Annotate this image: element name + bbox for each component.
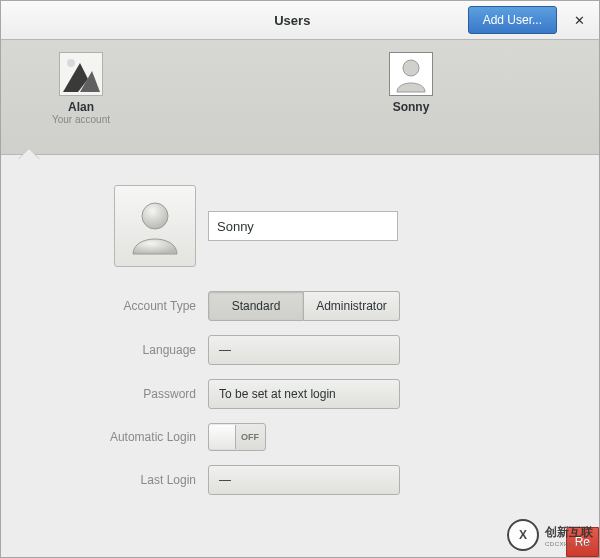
label-last-login: Last Login — [51, 473, 208, 487]
row-last-login: Last Login — — [51, 465, 549, 495]
account-type-standard[interactable]: Standard — [208, 291, 304, 321]
label-automatic-login: Automatic Login — [51, 430, 208, 444]
watermark-sub: CDCXHL.COM — [545, 541, 593, 547]
user-list-strip: Alan Your account Sonny — [1, 40, 599, 155]
avatar-alan — [59, 52, 103, 96]
close-icon: ✕ — [574, 13, 585, 28]
svg-point-3 — [67, 59, 75, 67]
close-button[interactable]: ✕ — [565, 6, 593, 34]
user-tile-alan[interactable]: Alan Your account — [41, 52, 121, 125]
label-language: Language — [51, 343, 208, 357]
add-user-button[interactable]: Add User... — [468, 6, 557, 34]
switch-state-label: OFF — [241, 432, 259, 442]
user-name-label: Sonny — [393, 100, 430, 114]
switch-knob — [209, 425, 236, 449]
language-button[interactable]: — — [208, 335, 400, 365]
titlebar: Users Add User... ✕ — [1, 1, 599, 40]
users-settings-window: Users Add User... ✕ Alan Your account — [0, 0, 600, 558]
avatar-large-button[interactable] — [114, 185, 196, 267]
user-subtitle-label: Your account — [52, 114, 110, 125]
account-type-segmented: Standard Administrator — [208, 291, 549, 321]
svg-point-4 — [403, 60, 419, 76]
watermark-badge: X — [507, 519, 539, 551]
label-account-type: Account Type — [51, 299, 208, 313]
label-password: Password — [51, 387, 208, 401]
avatar-sonny — [389, 52, 433, 96]
avatar-generic-icon — [125, 196, 185, 256]
password-button[interactable]: To be set at next login — [208, 379, 400, 409]
window-title: Users — [117, 13, 468, 28]
full-name-input[interactable] — [208, 211, 398, 241]
avatar-photo-icon — [60, 53, 102, 95]
user-name-label: Alan — [68, 100, 94, 114]
watermark-text: 创新互联 — [545, 524, 593, 541]
row-name — [51, 185, 549, 267]
user-detail-panel: Account Type Standard Administrator Lang… — [1, 155, 599, 529]
row-account-type: Account Type Standard Administrator — [51, 291, 549, 321]
avatar-generic-icon — [391, 54, 431, 94]
automatic-login-switch[interactable]: OFF — [208, 423, 549, 451]
svg-point-5 — [142, 203, 168, 229]
row-language: Language — — [51, 335, 549, 365]
last-login-button[interactable]: — — [208, 465, 400, 495]
row-password: Password To be set at next login — [51, 379, 549, 409]
user-tile-sonny[interactable]: Sonny — [371, 52, 451, 114]
watermark: X 创新互联 CDCXHL.COM — [507, 519, 593, 551]
row-automatic-login: Automatic Login OFF — [51, 423, 549, 451]
account-type-administrator[interactable]: Administrator — [304, 291, 400, 321]
